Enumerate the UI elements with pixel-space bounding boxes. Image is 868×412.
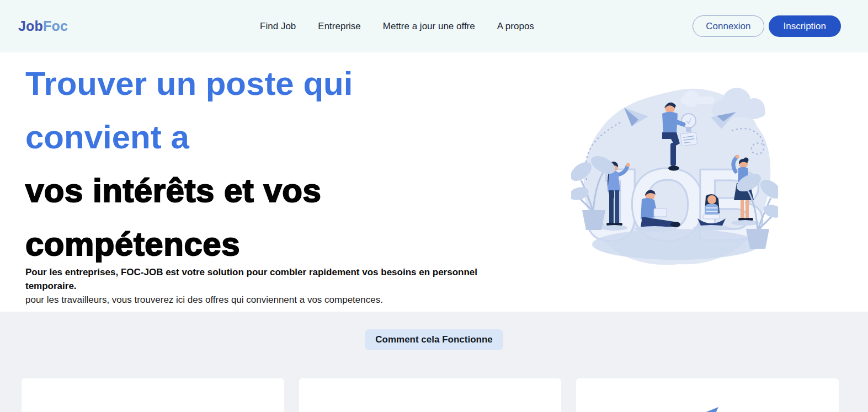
logo[interactable]: JobFoc [18,18,68,34]
ground-shadow [592,229,760,260]
hero-illustration: JOB [571,74,778,281]
how-cards [0,378,868,412]
job-illustration-svg: JOB [571,74,778,281]
how-card-2 [299,378,562,412]
logo-part-1: Job [18,18,43,34]
nav-item-find-job[interactable]: Find Job [260,21,296,32]
how-it-works-section: Comment cela Fonctionne [0,312,868,412]
nav-item-entreprise[interactable]: Entreprise [318,21,360,32]
paper-plane-icon [695,406,720,412]
logo-part-2: Foc [43,18,68,34]
nav-item-a-propos[interactable]: A propos [497,21,534,32]
hero-title-dark-line-2: compétences [25,217,522,271]
hero-title-dark-line-1: vos intérêts et vos [25,164,522,217]
main-nav: Find Job Entreprise Mettre a jour une of… [260,21,534,32]
cloud-icon [712,88,765,119]
how-it-works-badge: Comment cela Fonctionne [365,329,503,350]
hero-subtitle-bold: Pour les entreprises, FOC-JOB est votre … [25,265,522,293]
signup-button[interactable]: Inscription [769,15,841,37]
hero-title-blue-line-2: convient a [25,110,522,164]
auth-buttons: Connexion Inscription [693,15,841,37]
site-header: JobFoc Find Job Entreprise Mettre a jour… [0,0,868,52]
how-card-1 [22,378,284,412]
hero-section: Trouver un poste qui convient a vos inté… [0,52,868,312]
hero-subtitle: pour les travailleurs, vous trouverez ic… [25,293,522,307]
hero-title: Trouver un poste qui convient a vos inté… [25,57,522,271]
hero-text: Trouver un poste qui convient a vos inté… [25,57,522,307]
nav-item-mettre-a-jour-une-offre[interactable]: Mettre a jour une offre [383,21,475,32]
hero-title-blue-line-1: Trouver un poste qui [25,57,522,110]
login-button[interactable]: Connexion [693,15,764,37]
how-card-3 [576,378,839,412]
